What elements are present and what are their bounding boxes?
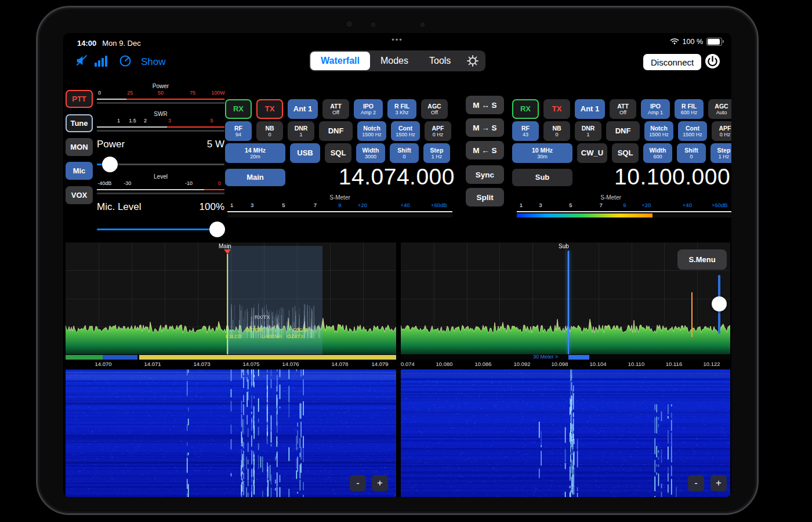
sub-waterfall-zoom-in-button[interactable]: + [710,475,727,491]
split-button[interactable]: Split [466,188,504,206]
main-sql-button[interactable]: SQL [325,143,351,163]
mute-icon[interactable] [75,54,88,70]
sync-button[interactable]: Sync [466,165,504,184]
sub-dnr-button[interactable]: DNR1 [575,121,601,141]
dial-icon[interactable] [119,55,132,70]
main-apf-button[interactable]: APF0 Hz [425,121,451,141]
sub-rf-gain-button[interactable]: RF43 [512,121,539,141]
sub-sql-button[interactable]: SQL [612,143,639,163]
sub-contour-button[interactable]: Cont1500 Hz [678,121,707,141]
sub-waterfall-panel[interactable]: - + [401,369,730,497]
sub-spectrum-panel[interactable]: Sub S.Menu [401,242,730,354]
sub-notch-button[interactable]: Notch1500 Hz [644,121,673,141]
swr-meter-line [97,126,224,128]
main-tx-button[interactable]: TX [256,99,283,119]
power-button[interactable] [705,53,720,71]
main-vfo-button[interactable]: Main [225,169,285,186]
main-nb-button[interactable]: NB0 [256,121,283,141]
power-slider-knob[interactable] [102,157,118,172]
spectrum-scale-slider-knob[interactable] [712,296,727,311]
main-rf-gain-button[interactable]: RF94 [225,121,252,141]
mic-slider-knob[interactable] [209,222,225,237]
mic-level-slider[interactable] [97,221,224,238]
sub-band-button[interactable]: 10 MHz30m [512,143,572,163]
main-dnr-button[interactable]: DNR1 [288,121,314,141]
main-swap-sub-button[interactable]: M ↔ S [466,96,504,114]
decode-spot-f1led[interactable]: F1LED [226,334,242,339]
main-row3: 14 MHz20m USB SQL Width3000 Shift0 Step1… [225,143,450,163]
sub-agc-button[interactable]: AGCAuto [708,99,731,119]
sub-antenna-button[interactable]: Ant 1 [575,99,605,119]
vox-button[interactable]: VOX [66,186,93,204]
tune-button[interactable]: Tune [66,114,93,132]
show-button[interactable]: Show [141,56,166,68]
sub-frequency-axis: 0.074 10.080 10.086 10.092 10.098 10.104… [401,361,730,368]
decode-spot-f5sjf[interactable]: F5SJF [293,327,309,333]
tab-waterfall[interactable]: Waterfall [310,52,370,70]
decode-spot-rxtx[interactable]: RX/TX [255,314,270,320]
main-step-button[interactable]: Step1 Hz [423,143,450,163]
spectrum-menu-button[interactable]: S.Menu [677,249,727,270]
sub-mode-button[interactable]: CW_U [577,143,607,163]
power-meter-title: Power [97,83,224,89]
main-ipo-button[interactable]: IPOAmp 2 [354,99,383,119]
multitask-handle: ••• [392,35,403,44]
ptt-button[interactable]: PTT [66,90,93,108]
sub-width-button[interactable]: Width600 [643,143,672,163]
main-to-sub-button[interactable]: M → S [466,118,504,137]
main-waterfall-zoom-in-button[interactable]: + [372,475,388,491]
level-meter-scale: -40dB -30 -10 0 [97,180,224,187]
main-agc-button[interactable]: AGCOff [421,99,448,119]
sub-step-button[interactable]: Step1 Hz [710,143,731,163]
main-rfil-button[interactable]: R FIL3 Khz [387,99,416,119]
main-waterfall-panel[interactable]: - + [66,369,396,497]
main-antenna-button[interactable]: Ant 1 [288,99,318,119]
sub-rx-button[interactable]: RX [512,99,539,119]
main-row1: RX TX Ant 1 ATTOff IPOAmp 2 R FIL3 Khz A… [225,99,448,119]
sub-tx-button[interactable]: TX [543,99,570,119]
main-notch-button[interactable]: Notch1500 Hz [357,121,386,141]
signal-bars-icon[interactable] [95,55,107,67]
sub-shift-button[interactable]: Shift0 [677,143,706,163]
main-shift-button[interactable]: Shift0 [390,143,419,163]
sub-waterfall-zoom-out-button[interactable]: - [688,475,704,491]
mic-button[interactable]: Mic [66,162,93,180]
tab-tools[interactable]: Tools [419,52,461,70]
sub-vfo-button[interactable]: Sub [512,169,572,186]
tab-modes[interactable]: Modes [370,52,419,70]
sensor-dot-2 [420,23,425,27]
main-dnf-button[interactable]: DNF [319,121,353,141]
main-spectrum-panel[interactable]: Main RX/TX OZ7DR F1LED LA8ENA F5SJF OZ4T… [66,242,396,354]
power-slider[interactable] [97,156,224,173]
disconnect-button[interactable]: Disconnect [643,54,701,70]
sub-nb-button[interactable]: NB0 [543,121,570,141]
sub-frequency-display[interactable]: 10.100.000 [614,164,730,190]
main-att-button[interactable]: ATTOff [322,99,349,119]
main-vfo-row: Main [225,169,285,186]
sub-apf-button[interactable]: APF0 Hz [712,121,731,141]
power-label: Power [97,139,125,150]
main-frequency-display[interactable]: 14.074.000 [339,164,455,190]
settings-gear-icon[interactable] [461,52,484,70]
main-width-button[interactable]: Width3000 [356,143,385,163]
sub-to-main-button[interactable]: M ← S [466,141,504,160]
mon-button[interactable]: MON [66,138,93,156]
sub-rfil-button[interactable]: R FIL600 Hz [675,99,704,119]
main-mode-button[interactable]: USB [290,143,320,163]
sub-ipo-button[interactable]: IPOAmp 1 [641,99,670,119]
battery-icon [706,38,722,46]
main-rx-button[interactable]: RX [225,99,252,119]
main-waterfall-canvas[interactable] [66,369,396,497]
main-band-button[interactable]: 14 MHz20m [225,143,285,163]
sub-waterfall-canvas[interactable] [401,369,730,497]
decode-spot-oz4tx[interactable]: OZ4TX [287,334,304,339]
front-camera [347,21,352,27]
sub-att-button[interactable]: ATTOff [610,99,636,119]
decode-spot-oz7dr[interactable]: OZ7DR [245,327,263,333]
sub-smeter-bar [517,213,731,217]
level-meter-line [97,189,224,190]
decode-spot-la8ena[interactable]: LA8ENA [262,334,282,339]
sub-dnf-button[interactable]: DNF [606,121,640,141]
main-contour-button[interactable]: Cont1500 Hz [391,121,420,141]
main-waterfall-zoom-out-button[interactable]: - [350,475,366,491]
